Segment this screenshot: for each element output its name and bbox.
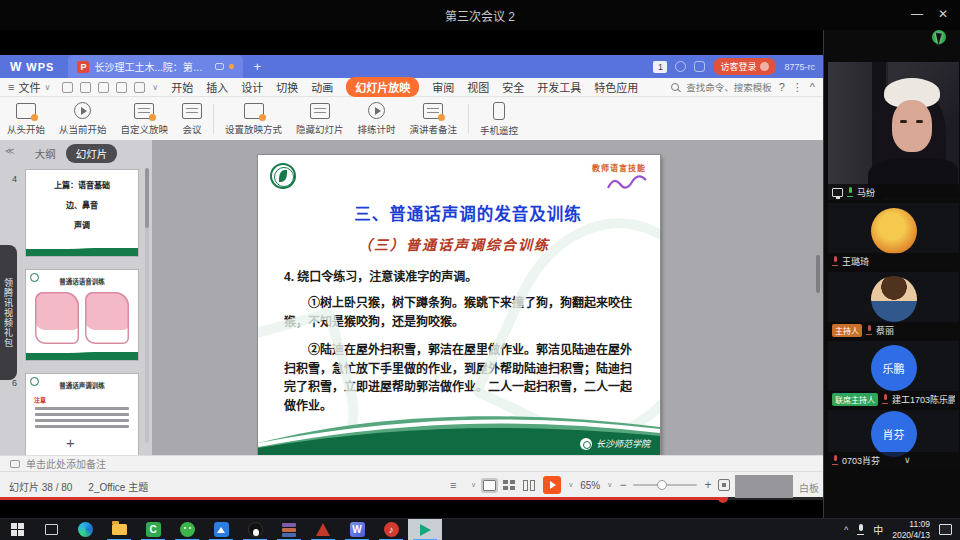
- tencent-video-promo-tab[interactable]: 领腾讯视频礼包: [0, 245, 17, 380]
- zoom-in-button[interactable]: +: [704, 478, 711, 492]
- taskbar-blue-app[interactable]: [204, 519, 238, 540]
- tray-mic-icon[interactable]: [857, 524, 864, 535]
- slide-thumbnail-6[interactable]: 6 普通话声调训练 注意: [26, 374, 138, 464]
- taskbar-winrar[interactable]: [272, 519, 306, 540]
- canvas-scrollbar[interactable]: [816, 255, 820, 293]
- help-icon[interactable]: ?: [779, 81, 785, 93]
- zoom-out-button[interactable]: −: [619, 478, 626, 492]
- ribbon-presenter-notes[interactable]: 演讲者备注: [403, 103, 465, 136]
- slide-number: 4: [12, 174, 17, 184]
- participant-name: 0703肖芬: [842, 454, 880, 467]
- slideshow-play-button[interactable]: [543, 476, 561, 494]
- taskbar-file-explorer[interactable]: [102, 519, 136, 540]
- taskbar-qq[interactable]: [238, 519, 272, 540]
- wps-logo[interactable]: W WPS: [10, 60, 54, 74]
- notes-toggle-caret-icon[interactable]: ∨: [471, 481, 476, 489]
- menu-security[interactable]: 安全: [502, 79, 524, 95]
- video-tile-4[interactable]: 乐鹏 联席主持人 建工1703陈乐鹏: [828, 341, 959, 407]
- slide-thumbnail-5[interactable]: 5 普通话语音训练: [26, 270, 138, 360]
- ribbon-setup-show[interactable]: 设置放映方式: [218, 103, 289, 136]
- zoom-slider-knob[interactable]: [657, 480, 667, 490]
- taskbar-edge[interactable]: [68, 519, 102, 540]
- search-icon[interactable]: [671, 83, 679, 91]
- taskbar-red-app[interactable]: [306, 519, 340, 540]
- menubar-right: 查找命令、搜索模板 ? ⋮ ^: [671, 80, 815, 94]
- like-icon[interactable]: [694, 61, 705, 72]
- search-input[interactable]: 查找命令、搜索模板: [686, 80, 772, 94]
- collapse-panel-icon[interactable]: ≪: [5, 146, 14, 156]
- current-slide[interactable]: 教师语言技能 三、普通话声调的发音及训练 （三）普通话声调综合训练 4. 绕口令…: [258, 155, 660, 455]
- notes-bar[interactable]: 单击此处添加备注: [0, 455, 823, 471]
- menu-home[interactable]: 开始: [171, 79, 193, 95]
- zoom-level[interactable]: 65%: [580, 480, 600, 491]
- taskbar-green-c-app[interactable]: C: [136, 519, 170, 540]
- ribbon-from-current[interactable]: 从当前开始: [52, 102, 114, 136]
- slide-sorter-icon[interactable]: [503, 480, 516, 491]
- panel-scrollbar[interactable]: [145, 168, 149, 443]
- menu-developer[interactable]: 开发工具: [537, 79, 581, 95]
- video-tile-1[interactable]: 马纷: [828, 62, 959, 200]
- webcam-person-eye: [916, 120, 923, 123]
- slide-thumbnail-4[interactable]: 4 上篇：语音基础 边、鼻音 声调: [26, 170, 138, 256]
- bell-icon[interactable]: [675, 61, 686, 72]
- zoom-caret-icon[interactable]: ∨: [607, 481, 612, 489]
- note-icon: [10, 460, 20, 468]
- menu-transition[interactable]: 切换: [276, 79, 298, 95]
- quick-access-caret-icon[interactable]: ∨: [152, 83, 158, 92]
- taskbar-wps[interactable]: W: [340, 519, 374, 540]
- zoom-slider[interactable]: [633, 484, 697, 486]
- video-tile-5[interactable]: 肖芬 0703肖芬 ∨: [828, 410, 959, 468]
- menu-design[interactable]: 设计: [241, 79, 263, 95]
- start-button[interactable]: [0, 519, 34, 540]
- thumb-note: 注意: [34, 395, 138, 404]
- doc-count-badge[interactable]: 1: [653, 61, 667, 73]
- taskbar-tencent-video-active[interactable]: [408, 519, 442, 540]
- menu-insert[interactable]: 插入: [206, 79, 228, 95]
- ribbon-custom-show[interactable]: 自定义放映: [114, 103, 176, 136]
- file-menu[interactable]: ≡ 文件 ∨: [8, 79, 50, 95]
- taskbar-netease-music[interactable]: ♪: [374, 519, 408, 540]
- print-icon[interactable]: [98, 82, 109, 93]
- notes-toggle-icon[interactable]: ≡: [450, 480, 464, 491]
- ribbon-rehearse-timing[interactable]: 排练计时: [351, 102, 403, 136]
- ribbon-hide-slide[interactable]: 隐藏幻灯片: [289, 103, 351, 136]
- play-caret-icon[interactable]: ∨: [568, 481, 573, 489]
- reading-view-icon[interactable]: [523, 480, 536, 491]
- task-view-button[interactable]: [34, 519, 68, 540]
- guest-login-button[interactable]: 访客登录: [713, 58, 776, 75]
- tray-clock[interactable]: 11:09 2020/4/13: [892, 519, 930, 540]
- taskbar-green-app[interactable]: [170, 519, 204, 540]
- fit-to-window-icon[interactable]: [718, 479, 730, 491]
- close-button[interactable]: ✕: [932, 4, 954, 24]
- minimize-button[interactable]: —: [906, 4, 928, 24]
- undo-icon[interactable]: [134, 82, 145, 93]
- ribbon-meeting[interactable]: 会议: [175, 103, 209, 136]
- normal-view-icon[interactable]: [483, 480, 496, 491]
- ime-indicator[interactable]: 中: [873, 522, 883, 537]
- output-icon[interactable]: [80, 82, 91, 93]
- tab-slides[interactable]: 幻灯片: [66, 144, 118, 163]
- video-tile-2[interactable]: 王璐琦: [828, 203, 959, 269]
- menu-view[interactable]: 视图: [467, 79, 489, 95]
- kebab-icon[interactable]: ⋮: [792, 81, 803, 94]
- menu-review[interactable]: 审阅: [432, 79, 454, 95]
- theme-name[interactable]: 2_Office 主题: [88, 479, 148, 494]
- collapse-ribbon-icon[interactable]: ^: [810, 81, 815, 93]
- document-tab[interactable]: P 长沙理工土木...院：第一次课: [68, 55, 243, 78]
- video-tile-3[interactable]: 主持人 蔡丽: [828, 272, 959, 338]
- whiteboard-label[interactable]: 白板: [799, 480, 819, 495]
- ribbon-from-beginning[interactable]: 从头开始: [0, 103, 52, 136]
- action-center-icon[interactable]: [939, 524, 952, 535]
- tab-outline[interactable]: 大纲: [35, 146, 56, 161]
- menu-animation[interactable]: 动画: [311, 79, 333, 95]
- menu-slideshow-active[interactable]: 幻灯片放映: [346, 77, 419, 97]
- preview-icon[interactable]: [116, 82, 127, 93]
- participant-avatar: [871, 276, 917, 322]
- ribbon-phone-remote[interactable]: 手机遥控: [473, 102, 525, 137]
- save-icon[interactable]: [62, 82, 73, 93]
- add-slide-button[interactable]: +: [66, 434, 75, 451]
- menu-special-apps[interactable]: 特色应用: [594, 79, 638, 95]
- hidden-icons-chevron[interactable]: ^: [844, 525, 848, 535]
- new-tab-button[interactable]: +: [253, 59, 261, 74]
- collapse-tiles-icon[interactable]: ∨: [904, 455, 911, 465]
